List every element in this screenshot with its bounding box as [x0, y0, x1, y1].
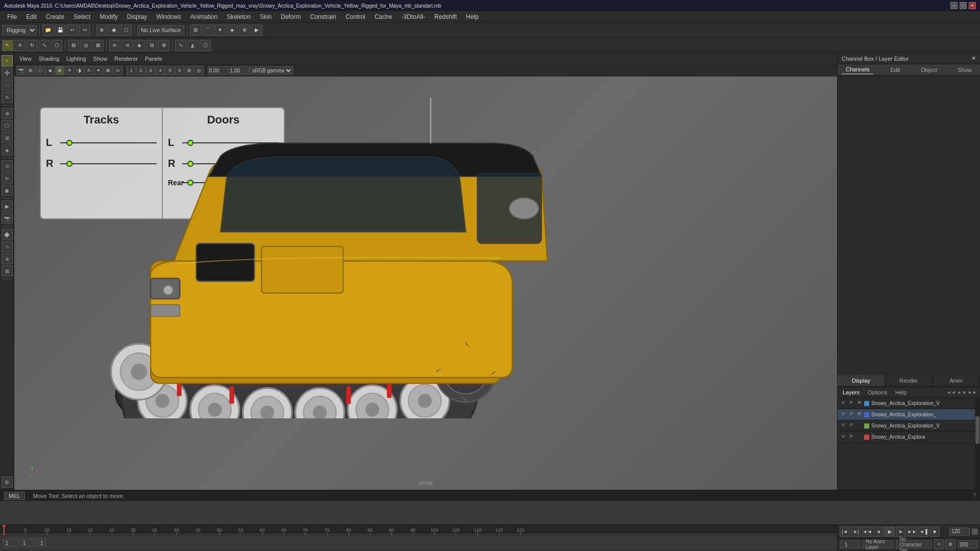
end-frame-input[interactable]	[949, 528, 970, 536]
vmt-smooth[interactable]: ◎	[194, 66, 204, 75]
layers-prev-btn[interactable]: ◄◄	[947, 390, 956, 395]
snap-grid-btn[interactable]: ⊞	[190, 24, 201, 36]
fk-btn[interactable]: ⊲	[121, 40, 133, 51]
rig-btn[interactable]: ◈	[134, 40, 145, 51]
tab-show[interactable]: Show	[953, 66, 976, 74]
open-btn[interactable]: 📁	[42, 24, 54, 36]
vt-panels[interactable]: Panels	[142, 55, 165, 62]
step-fwd-btn[interactable]: ►►	[907, 527, 917, 537]
redo-btn[interactable]: ↪	[79, 24, 90, 36]
status-mode[interactable]: MEL	[4, 492, 25, 500]
paint-lt-btn[interactable]: ✎	[2, 92, 13, 103]
undo-btn[interactable]: ↩	[67, 24, 78, 36]
layers-prev2-btn[interactable]: ◄	[957, 390, 961, 395]
lasso-btn[interactable]: ◉	[108, 24, 119, 36]
frame-start-input[interactable]	[3, 539, 18, 547]
lattice-btn[interactable]: ⊠	[92, 40, 104, 51]
layers-scrollbar-thumb[interactable]	[975, 416, 979, 444]
vmt-res2[interactable]: 2	[136, 66, 145, 75]
vmt-shaded[interactable]: ◈	[45, 66, 55, 75]
vt-show[interactable]: Show	[90, 55, 111, 62]
go-start-btn[interactable]: |◄	[840, 527, 850, 537]
soft-select-btn[interactable]: ⊕	[2, 108, 13, 119]
menu-deform[interactable]: Deform	[277, 12, 305, 21]
vt-shading[interactable]: Shading	[36, 55, 62, 62]
viewport[interactable]: View Shading Lighting Show Renderer Pane…	[14, 53, 837, 490]
layer-row-1[interactable]: V P R Snowy_Arctica_Exploration_V	[838, 398, 980, 409]
mode-select[interactable]: Rigging	[2, 25, 37, 35]
move-tool-btn[interactable]: ✛	[14, 40, 26, 51]
menu-select[interactable]: Select	[69, 12, 94, 21]
go-end-btn[interactable]: ►|	[851, 527, 861, 537]
timeline-scrubber[interactable]: 1	[0, 535, 837, 550]
transform-tool-btn[interactable]: ⬡	[51, 40, 62, 51]
anim-curve-btn[interactable]: ∿	[2, 241, 13, 252]
menu-3dtoall[interactable]: -3DtoAll-	[397, 12, 429, 21]
stop-btn[interactable]: ■	[929, 527, 940, 537]
menu-animation[interactable]: Animation	[186, 12, 222, 21]
vmt-wireframe[interactable]: ⬡	[36, 66, 45, 75]
menu-control[interactable]: Control	[341, 12, 370, 21]
settings-btn[interactable]: ⚙	[2, 477, 13, 488]
close-button[interactable]: ✕	[969, 2, 976, 9]
playback-start-input[interactable]	[840, 540, 860, 548]
select-lt-btn[interactable]: ↖	[2, 55, 13, 66]
manipulator-btn[interactable]: ⊞	[68, 40, 79, 51]
maximize-button[interactable]: □	[960, 2, 967, 9]
menu-skeleton[interactable]: Skeleton	[223, 12, 255, 21]
uv-tool-btn[interactable]: ◈	[2, 144, 13, 156]
layer-row-4[interactable]: V P Snowy_Arctica_Explora	[838, 432, 980, 443]
vmt-iso[interactable]: ⊠	[104, 66, 113, 75]
menu-skin[interactable]: Skin	[256, 12, 276, 21]
layer4-vis[interactable]: V	[840, 434, 847, 441]
no-anim-layer-label[interactable]: No Anim Layer	[862, 540, 894, 548]
gamma-select[interactable]: sRGB gamma	[250, 66, 293, 74]
snap-curve-btn[interactable]: ⌒	[202, 24, 213, 36]
tab-channels[interactable]: Channels	[842, 65, 873, 74]
skin-btn[interactable]: ⊕	[158, 40, 169, 51]
select-tool-btn[interactable]: ↖	[2, 40, 13, 51]
tab-display[interactable]: Display	[838, 375, 885, 386]
close-panel-btn[interactable]: ✕	[971, 55, 976, 62]
vmt-hull[interactable]: ⊙	[113, 66, 122, 75]
vt-lighting[interactable]: Lighting	[63, 55, 89, 62]
current-frame-input[interactable]	[20, 539, 36, 547]
vmt-light[interactable]: ☀	[65, 66, 74, 75]
tracks-l-handle[interactable]	[66, 140, 72, 146]
vmt-res3[interactable]: 3	[146, 66, 155, 75]
vmt-res4[interactable]: 4	[156, 66, 165, 75]
status-help-btn[interactable]: ?	[973, 493, 976, 498]
vmt-aa[interactable]: A	[84, 66, 93, 75]
render-preview-btn[interactable]: ▶	[2, 201, 13, 212]
menu-display[interactable]: Display	[123, 12, 151, 21]
paint-btn[interactable]: ⬡	[120, 24, 132, 36]
tab-anim[interactable]: Anim	[933, 375, 980, 386]
float-input1[interactable]	[208, 66, 228, 74]
poly-tool-btn[interactable]: ⊞	[2, 132, 13, 143]
no-char-set-label[interactable]: No Character Set	[896, 540, 932, 548]
layer-row-3[interactable]: V P Snowy_Arctica_Exploration_V	[838, 420, 980, 432]
menu-cache[interactable]: Cache	[371, 12, 397, 21]
snap-live-btn[interactable]: ⊛	[239, 24, 250, 36]
tracks-r-handle[interactable]	[66, 161, 72, 167]
vmt-cam[interactable]: 📷	[16, 66, 26, 75]
ik-handle-btn[interactable]: ⊳	[2, 172, 13, 184]
weight-btn[interactable]: ⧉	[146, 40, 157, 51]
menu-redshift[interactable]: Redshift	[430, 12, 461, 21]
char-set-btn1[interactable]: +	[934, 539, 944, 549]
component-btn[interactable]: ⬡	[2, 120, 13, 131]
save-btn[interactable]: 💾	[55, 24, 66, 36]
vmt-xray[interactable]: ✦	[94, 66, 103, 75]
layer1-r[interactable]: R	[856, 400, 863, 407]
ik-btn[interactable]: ⊳	[109, 40, 120, 51]
tab-help[interactable]: Help	[893, 388, 909, 396]
vmt-shadow[interactable]: ◑	[75, 66, 84, 75]
play-back-btn[interactable]: ◄▐	[918, 527, 928, 537]
menu-edit[interactable]: Edit	[22, 12, 41, 21]
layer2-r[interactable]: R	[856, 411, 863, 418]
surface-btn[interactable]: ◭	[187, 40, 199, 51]
layer1-vis[interactable]: V	[840, 400, 847, 407]
tab-edit[interactable]: Edit	[886, 66, 904, 74]
snap-point-btn[interactable]: ✦	[214, 24, 226, 36]
layer2-p[interactable]: P	[848, 411, 855, 418]
